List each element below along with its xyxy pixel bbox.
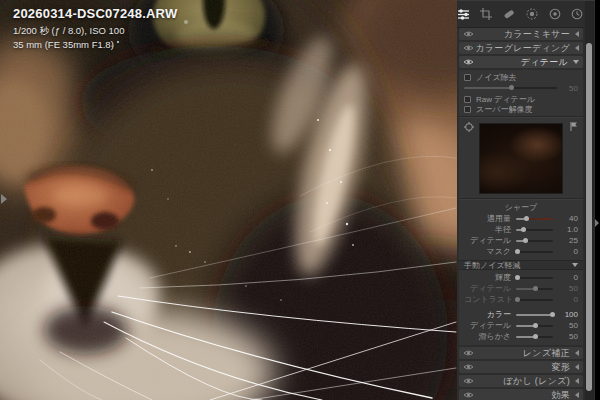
super-resolution-label: スーパー解像度 — [476, 104, 532, 115]
panel-title: レンズ補正 — [474, 347, 575, 360]
flag-icon[interactable] — [570, 122, 578, 133]
edit-sliders-icon[interactable] — [457, 7, 471, 22]
slider-knob[interactable] — [515, 297, 520, 302]
left-panel-reveal-icon[interactable] — [1, 194, 7, 204]
eye-icon[interactable] — [463, 44, 474, 52]
crop-icon[interactable] — [480, 7, 494, 22]
red-eye-icon[interactable] — [548, 7, 562, 22]
slider-value: 50 — [558, 332, 578, 341]
panel-header-transform[interactable]: 変形 — [459, 361, 583, 373]
slider-label: ディテール — [464, 320, 511, 331]
slider-row-color: カラー 100 — [464, 309, 578, 320]
denoise-slider[interactable] — [464, 87, 557, 89]
radius-slider[interactable] — [516, 229, 553, 231]
slider-row-smoothness: 滑らかさ 50 — [464, 331, 578, 342]
slider-knob[interactable] — [550, 312, 555, 317]
divider — [459, 198, 583, 200]
slider-row-luminance: 輝度 0 — [464, 272, 578, 283]
denoise-checkbox[interactable] — [464, 74, 471, 81]
slider-label: コントラスト — [464, 294, 511, 305]
slider-value: 50 — [558, 321, 578, 330]
collapse-icon — [575, 45, 579, 51]
panel-title: 効果 — [474, 389, 575, 400]
detail-panel-body: ノイズ除去 50 Raw ディテール スーパー解像度 — [459, 70, 583, 345]
expand-icon — [572, 263, 578, 267]
slider-value: 25 — [558, 236, 578, 245]
slider-knob[interactable] — [515, 249, 520, 254]
photo-exposure-info: 1/200 秒 (ƒ / 8.0), ISO 100 — [13, 24, 177, 38]
panel-header-color-grading[interactable]: カラーグレーディング — [459, 42, 583, 54]
slider-knob[interactable] — [533, 334, 538, 339]
slider-row-lum-contrast: コントラスト 0 — [464, 294, 578, 305]
panel-header-lens-blur[interactable]: ぼかし (レンズ) — [459, 375, 583, 387]
panel-scrollbar-track[interactable] — [585, 1, 594, 400]
panel-scrollbar-thumb[interactable] — [586, 43, 592, 391]
collapse-icon — [575, 392, 579, 398]
edit-toolbar — [457, 1, 584, 28]
slider-row-detail: ディテール 25 — [464, 235, 578, 246]
slider-row-lum-detail: ディテール 50 — [464, 283, 578, 294]
super-resolution-checkbox[interactable] — [464, 106, 471, 113]
divider — [459, 116, 583, 118]
eye-icon[interactable] — [463, 30, 474, 38]
right-panel-collapse-icon[interactable] — [595, 219, 599, 227]
section-title: 手動ノイズ軽減 — [464, 260, 521, 271]
slider-row-amount: 適用量 40 — [464, 213, 578, 224]
luminance-slider[interactable] — [516, 277, 553, 279]
panel-title: カラーグレーディング — [474, 42, 575, 55]
denoise-row: ノイズ除去 — [464, 72, 578, 82]
slider-value: 0 — [558, 273, 578, 282]
lum-detail-slider[interactable] — [516, 288, 553, 290]
collapse-icon — [575, 31, 579, 37]
healing-icon[interactable] — [502, 7, 516, 22]
slider-knob[interactable] — [533, 286, 538, 291]
panel-header-lens-corrections[interactable]: レンズ補正 — [459, 347, 583, 359]
lum-contrast-slider[interactable] — [516, 299, 553, 301]
denoise-value: 50 — [562, 84, 578, 93]
collapse-icon — [575, 364, 579, 370]
eye-icon[interactable] — [463, 377, 474, 385]
edit-panel: カラーミキサー カラーグレーディング ディテール ノイズ除去 — [457, 0, 595, 400]
smoothness-slider[interactable] — [516, 336, 553, 338]
photo-canvas[interactable]: 20260314-DSC07248.ARW 1/200 秒 (ƒ / 8.0),… — [0, 0, 457, 400]
slider-knob[interactable] — [524, 216, 529, 221]
slider-value: 50 — [558, 284, 578, 293]
masking-slider[interactable] — [516, 251, 553, 253]
amount-slider[interactable] — [516, 218, 553, 220]
manual-noise-reduction-header[interactable]: 手動ノイズ軽減 — [459, 260, 583, 270]
panel-header-effects[interactable]: 効果 — [459, 389, 583, 400]
slider-value: 40 — [558, 214, 578, 223]
panel-header-color-mixer[interactable]: カラーミキサー — [459, 28, 583, 40]
eye-icon[interactable] — [463, 58, 474, 66]
slider-knob[interactable] — [509, 85, 514, 90]
slider-knob[interactable] — [515, 275, 520, 280]
cat-photo — [0, 0, 457, 400]
eye-icon[interactable] — [463, 363, 474, 371]
panel-title: カラーミキサー — [474, 28, 575, 41]
panel-header-detail[interactable]: ディテール — [459, 56, 583, 68]
masking-icon[interactable] — [525, 7, 539, 22]
right-edge-strip — [595, 0, 600, 400]
eye-icon[interactable] — [463, 349, 474, 357]
raw-detail-row: Raw ディテール — [464, 94, 578, 104]
slider-row-masking: マスク 0 — [464, 246, 578, 257]
denoise-label: ノイズ除去 — [476, 72, 517, 83]
color-detail-slider[interactable] — [516, 325, 553, 327]
slider-knob[interactable] — [533, 323, 538, 328]
color-nr-slider[interactable] — [516, 314, 553, 316]
slider-label: 適用量 — [464, 213, 511, 224]
sample-target-icon[interactable] — [464, 122, 474, 134]
eye-icon[interactable] — [463, 391, 474, 399]
collapse-icon — [575, 350, 579, 356]
detail-preview-thumbnail[interactable] — [479, 123, 563, 194]
slider-knob[interactable] — [521, 227, 526, 232]
slider-row-radius: 半径 1.0 — [464, 224, 578, 235]
presets-icon[interactable] — [570, 7, 584, 22]
slider-knob[interactable] — [523, 238, 528, 243]
slider-value: 0 — [558, 295, 578, 304]
expand-icon — [573, 60, 579, 64]
raw-detail-checkbox[interactable] — [464, 96, 471, 103]
detail-slider[interactable] — [516, 240, 553, 242]
slider-label: ディテール — [464, 283, 511, 294]
slider-label: 輝度 — [464, 272, 511, 283]
